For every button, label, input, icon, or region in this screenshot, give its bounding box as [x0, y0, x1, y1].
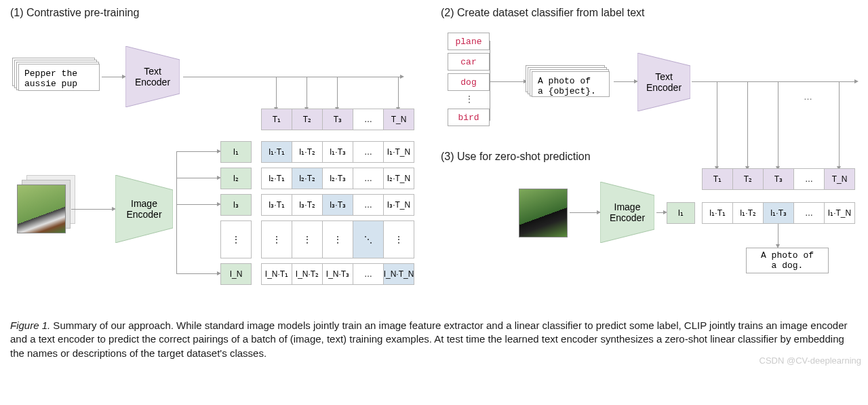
text-encoder-label-1: Text Encoder	[125, 66, 180, 88]
a2-t1	[717, 81, 717, 166]
a2-t2	[747, 81, 748, 166]
vline-classes	[490, 41, 490, 121]
p3-T1: T₁	[702, 168, 733, 190]
output-text: A photo of a dog.	[761, 250, 814, 271]
cell-IN: I_N	[220, 263, 252, 285]
p3-TN: T_N	[824, 168, 855, 190]
mN1: I_N·T₁	[261, 263, 292, 285]
mNd: …	[353, 263, 384, 285]
m31: I₃·T₁	[261, 194, 292, 216]
cell-I2: I₂	[220, 168, 252, 189]
m11: I₁·T₁	[261, 141, 292, 163]
title-1: (1) Contrastive pre-training	[10, 7, 139, 19]
title-2: (2) Create dataset classifier from label…	[441, 7, 645, 19]
m3d: …	[353, 194, 384, 216]
md3: ⋮	[322, 220, 353, 258]
p3md: …	[793, 202, 825, 224]
mdN: ⋮	[383, 220, 414, 258]
image-encoder-label-2: Image Encoder	[600, 201, 654, 223]
arrow-img-to-enc-1	[71, 209, 112, 210]
image-input-test	[519, 189, 568, 237]
prompt-text: A photo of a {object}.	[532, 71, 610, 97]
m13: I₁·T₃	[322, 141, 353, 163]
class-dog: dog	[448, 73, 490, 91]
ai1	[176, 151, 217, 152]
figure-caption: Figure 1. Summary of our approach. While…	[10, 319, 858, 360]
class-dots: ⋮	[465, 94, 474, 104]
p3-T2: T₂	[732, 168, 764, 190]
m12: I₁·T₂	[292, 141, 323, 163]
m22: I₂·T₂	[292, 168, 323, 189]
clip-figure: { "titles": { "t1": "(1) Contrastive pre…	[0, 0, 868, 405]
output-box: A photo of a dog.	[746, 248, 829, 273]
text-input-example: Pepper the aussie pup	[18, 64, 100, 91]
p3-I1: I₁	[667, 202, 695, 224]
class-bird: bird	[448, 109, 490, 126]
p3m2: I₁·T₂	[732, 202, 764, 224]
mNN: I_N·T_N	[383, 263, 414, 285]
cell-T3: T₃	[322, 109, 353, 130]
text-encoder-2: Text Encoder	[637, 53, 690, 111]
arrow-enc-to-t	[183, 77, 400, 77]
mN3: I_N·T₃	[322, 263, 353, 285]
image-encoder-2: Image Encoder	[600, 182, 654, 243]
md2: ⋮	[292, 220, 323, 258]
cell-I1: I₁	[220, 141, 252, 163]
a-t3	[337, 77, 338, 107]
m1d: …	[353, 141, 384, 163]
m1N: I₁·T_N	[383, 141, 414, 163]
a2-t3	[778, 81, 778, 166]
image-encoder-label-1: Image Encoder	[115, 198, 173, 220]
ai2	[176, 178, 217, 178]
a-t2	[307, 77, 307, 107]
prompt-stack: A photo of a {object}.	[526, 65, 604, 91]
image-encoder-1: Image Encoder	[115, 175, 173, 243]
text-input-stack: Pepper the aussie pup	[12, 58, 94, 85]
m23: I₂·T₃	[322, 168, 353, 189]
cell-TN: T_N	[383, 109, 414, 130]
arrow-text-to-enc	[102, 77, 122, 77]
m33: I₃·T₃	[322, 194, 353, 216]
arrow-img-to-enc-2	[570, 212, 597, 213]
vline-i	[176, 151, 177, 273]
cell-I3: I₃	[220, 194, 252, 216]
arrow-enc2-to-I	[656, 212, 663, 213]
caption-body: Summary of our approach. While standard …	[10, 320, 848, 359]
arrow-prompt-to-enc	[614, 81, 634, 82]
cell-T2: T₂	[292, 109, 323, 130]
mN2: I_N·T₂	[292, 263, 323, 285]
t2-dots: …	[804, 92, 812, 102]
a2-tn	[839, 81, 840, 166]
p3mN: I₁·T_N	[824, 202, 855, 224]
p3m1: I₁·T₁	[702, 202, 733, 224]
m32: I₃·T₂	[292, 194, 323, 216]
m21: I₂·T₁	[261, 168, 292, 189]
class-plane: plane	[448, 33, 490, 50]
arrow-class-to-prompt	[490, 81, 524, 82]
m2d: …	[353, 168, 384, 189]
a-t1	[276, 77, 277, 107]
ain	[176, 273, 217, 274]
cell-T1: T₁	[261, 109, 292, 130]
a-tn	[398, 77, 399, 107]
text-encoder-1: Text Encoder	[125, 46, 180, 107]
m3N: I₃·T_N	[383, 194, 414, 216]
caption-label: Figure 1.	[10, 320, 50, 331]
md1: ⋮	[261, 220, 292, 258]
arrow-enc2-out	[692, 81, 854, 82]
p3m3: I₁·T₃	[763, 202, 794, 224]
cell-Idots: ⋮	[220, 220, 252, 258]
p3-Td: …	[793, 168, 825, 190]
ai3	[176, 204, 217, 205]
text-encoder-label-2: Text Encoder	[637, 71, 690, 93]
m2N: I₂·T_N	[383, 168, 414, 189]
p3-T3: T₃	[763, 168, 794, 190]
arrow-to-output	[778, 224, 778, 244]
cell-Tdots: …	[353, 109, 384, 130]
mdd: ⋱	[353, 220, 384, 258]
title-3: (3) Use for zero-shot prediction	[441, 151, 591, 163]
class-car: car	[448, 53, 490, 71]
image-input-dog	[17, 185, 66, 233]
